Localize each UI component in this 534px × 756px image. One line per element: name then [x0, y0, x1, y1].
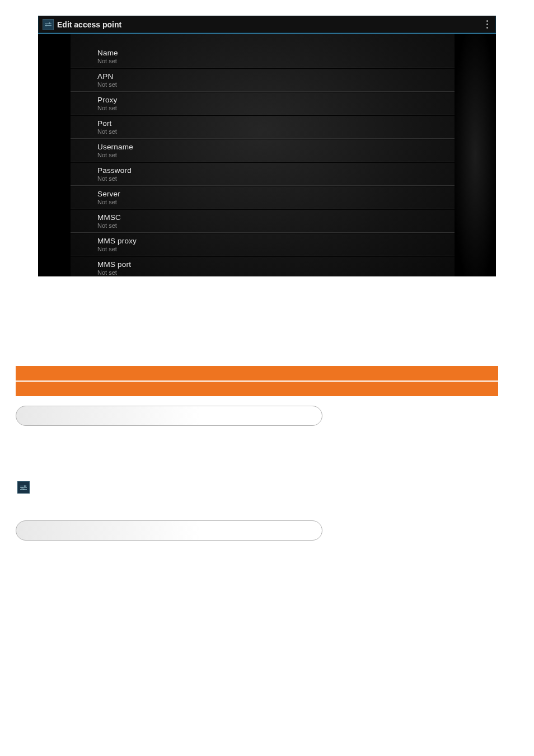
setting-label: Server: [97, 190, 428, 198]
setting-item-port[interactable]: Port Not set: [71, 115, 455, 139]
setting-value: Not set: [97, 246, 428, 252]
setting-value: Not set: [97, 199, 428, 205]
callout-pill-2: [16, 520, 322, 541]
callout-pill-1: [16, 406, 322, 426]
right-gutter-dark: [455, 34, 496, 276]
setting-value: Not set: [97, 128, 428, 135]
setting-item-username[interactable]: Username Not set: [71, 139, 455, 162]
setting-label: Proxy: [97, 96, 428, 104]
setting-item-server[interactable]: Server Not set: [71, 186, 455, 209]
setting-label: MMS port: [97, 260, 428, 269]
setting-value: Not set: [97, 175, 428, 182]
apn-settings-list: Name Not set APN Not set Proxy Not set P…: [71, 34, 455, 276]
setting-value: Not set: [97, 58, 428, 64]
titlebar-left: Edit access point: [43, 19, 121, 30]
setting-item-apn[interactable]: APN Not set: [71, 68, 455, 92]
setting-value: Not set: [97, 152, 428, 158]
setting-item-mmsc[interactable]: MMSC Not set: [71, 209, 455, 233]
setting-label: Port: [97, 119, 428, 128]
setting-value: Not set: [97, 269, 428, 276]
android-body: Name Not set APN Not set Proxy Not set P…: [38, 34, 496, 276]
setting-label: Username: [97, 143, 428, 151]
setting-value: Not set: [97, 222, 428, 229]
setting-label: Password: [97, 166, 428, 175]
setting-label: APN: [97, 72, 428, 81]
settings-icon: [43, 19, 54, 30]
android-titlebar: Edit access point: [38, 16, 496, 34]
setting-item-mms-proxy[interactable]: MMS proxy Not set: [71, 233, 455, 256]
section-bar-sub: [16, 382, 498, 396]
left-gutter-dark: [38, 34, 71, 276]
setting-item-proxy[interactable]: Proxy Not set: [71, 92, 455, 115]
section-bar-main: [16, 366, 498, 381]
setting-item-mms-port[interactable]: MMS port Not set: [71, 256, 455, 276]
setting-label: Name: [97, 49, 428, 57]
settings-sliders-icon: [17, 481, 30, 494]
setting-item-password[interactable]: Password Not set: [71, 162, 455, 186]
body-paragraph-2: [16, 481, 497, 494]
setting-label: MMS proxy: [97, 237, 428, 245]
android-apn-screenshot: Edit access point Name Not set APN Not s…: [38, 16, 496, 276]
setting-item-name[interactable]: Name Not set: [71, 45, 455, 68]
setting-value: Not set: [97, 105, 428, 111]
screen-title: Edit access point: [57, 20, 121, 29]
setting-label: MMSC: [97, 213, 428, 222]
setting-value: Not set: [97, 81, 428, 88]
overflow-menu-icon[interactable]: [483, 18, 491, 31]
